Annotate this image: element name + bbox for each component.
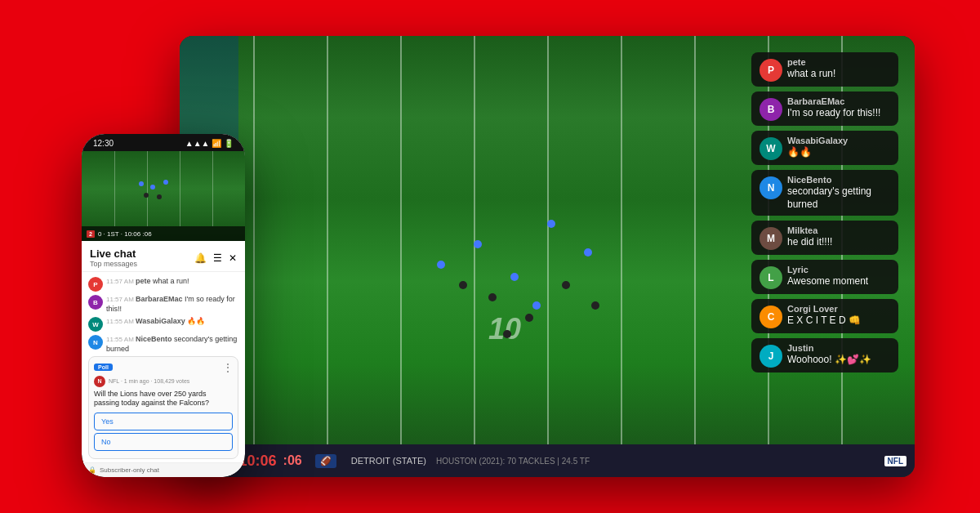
username-corgi: Corgi Lover [787,304,890,314]
username-pete: pete [787,57,890,67]
phone-msg-wasabi-text: 🔥🔥 [187,317,205,325]
chat-item-nicebento: N NiceBento secondary's getting burned [751,170,898,216]
chat-item-corgi: C Corgi Lover E X C I T E D 👊 [751,299,898,333]
username-wasabi: WasabiGalaxy [787,136,890,145]
avatar-nicebento: N [760,176,782,199]
message-barbara: I'm so ready for this!!! [787,107,890,120]
username-milktea: Milktea [787,225,890,235]
avatar-milktea: M [760,227,782,250]
phone-msg-pete-text: what a run! [153,277,189,285]
phone-live-score: 0 · 1ST · 10:06 :06 [98,230,152,238]
phone-chat-header: Live chat Top messages 🔔 ☰ ✕ [82,241,245,272]
avatar-lyric: L [760,266,782,289]
phone-avatar-wasabi: W [88,317,103,332]
message-pete: what a run! [787,68,890,81]
phone-avatar-nicebento: N [88,335,103,350]
phone-chat-subtitle: Top messages [90,260,137,268]
phone-signal-icons: ▲▲▲ 📶 🔋 [185,139,234,148]
phone-device: 12:30 ▲▲▲ 📶 🔋 [82,134,245,477]
poll-source: NFL · 1 min ago · 108,429 votes [109,378,189,384]
phone-score-overlay: 2 0 · 1ST · 10:06 :06 [82,226,245,241]
chat-item-pete: P pete what a run! [751,52,898,87]
phone-msg-barbara: B 11:57 AM BarbaraEMac I'm so ready for … [88,295,238,314]
stats-text: HOUSTON (2021): 70 TACKLES | 24.5 TF [436,457,590,466]
phone-msg-wasabi: W 11:55 AM WasabiGalaxy 🔥🔥 [88,317,238,332]
lock-icon: 🔒 [88,466,96,474]
filter-icon[interactable]: ☰ [213,252,222,264]
phone-avatar-pete: P [88,277,103,292]
phone-msg-pete: P 11:57 AM pete what a run! [88,277,238,292]
message-milktea: he did it!!!! [787,236,890,249]
bell-icon[interactable]: 🔔 [194,252,207,264]
phone-avatar-barbara: B [88,295,103,310]
chat-item-justin: J Justin Woohooo! ✨💕✨ [751,338,898,372]
phone-messages-list: P 11:57 AM pete what a run! B 11:57 AM B… [82,272,245,353]
avatar-barbara: B [760,98,782,121]
poll-more-icon[interactable]: ⋮ [223,362,233,373]
phone-status-bar: 12:30 ▲▲▲ 📶 🔋 [82,134,245,151]
phone-poll-card: Poll ⋮ N NFL · 1 min ago · 108,429 votes… [88,356,238,459]
subscriber-text: Subscriber-only chat [100,466,159,474]
chat-item-barbara: B BarbaraEMac I'm so ready for this!!! [751,91,898,126]
phone-screen: 12:30 ▲▲▲ 📶 🔋 [82,134,245,477]
username-lyric: Lyric [787,265,890,274]
avatar-pete: P [760,59,782,82]
tablet-chat-overlay: P pete what a run! B BarbaraEMac I'm so … [751,52,898,372]
chat-item-lyric: L Lyric Awesome moment [751,260,898,294]
phone-time: 12:30 [93,139,114,148]
username-justin: Justin [787,343,890,353]
phone-msg-nicebento: N 11:55 AM NiceBento secondary's getting… [88,335,238,352]
chat-item-wasabi: W WasabiGalaxy 🔥🔥 [751,131,898,165]
poll-option-yes[interactable]: Yes [94,413,233,430]
username-nicebento: NiceBento [787,175,890,185]
scene-container: 10 0 1ST 10:06 [41,28,939,485]
game-seconds: :06 [283,453,302,468]
avatar-wasabi: W [760,137,782,160]
message-nicebento: secondary's getting burned [787,185,890,211]
phone-subscriber-bar: 🔒 Subscriber-only chat [82,462,245,477]
nfl-poll-icon: N [94,376,105,387]
phone-chat-icon-group: 🔔 ☰ ✕ [194,252,237,264]
close-icon[interactable]: ✕ [229,252,237,264]
message-corgi: E X C I T E D 👊 [787,314,890,328]
chat-item-milktea: M Milktea he did it!!!! [751,221,898,255]
nfl-logo: 🏈 [315,454,336,468]
message-lyric: Awesome moment [787,275,890,288]
message-justin: Woohooo! ✨💕✨ [787,354,890,367]
tablet-device: 10 0 1ST 10:06 [180,36,915,477]
avatar-corgi: C [760,306,782,328]
phone-chat-title: Live chat [90,248,137,260]
avatar-justin: J [760,345,782,368]
tablet-screen: 10 0 1ST 10:06 [180,36,915,477]
phone-video-preview: 2 0 · 1ST · 10:06 :06 [82,151,245,241]
score-bar: 0 1ST 10:06 :06 🏈 DETROIT (STATE) HOUSTO… [180,444,915,477]
nfl-shield: NFL [884,456,906,466]
poll-question: Will the Lions have over 250 yards passi… [94,390,233,408]
poll-badge: Poll [94,364,113,371]
username-barbara: BarbaraEMac [787,96,890,106]
poll-option-no[interactable]: No [94,433,233,451]
message-wasabi: 🔥🔥 [787,146,890,159]
team-text: DETROIT (STATE) [351,456,426,466]
